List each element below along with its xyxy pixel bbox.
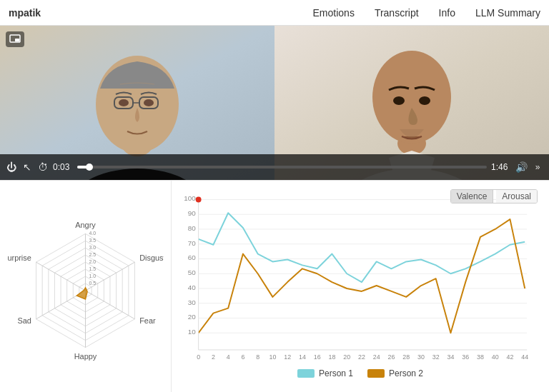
- svg-text:30: 30: [188, 298, 196, 306]
- svg-rect-1: [15, 39, 19, 41]
- power-button[interactable]: ⏻: [6, 161, 17, 173]
- video-container: ⏻ ↖ ⏱ 0:03 1:46 🔊 »: [0, 26, 549, 180]
- svg-text:60: 60: [188, 253, 196, 261]
- legend-person2: Person 2: [367, 368, 423, 378]
- svg-text:Sad: Sad: [17, 316, 31, 324]
- svg-text:20: 20: [188, 313, 196, 321]
- pip-button[interactable]: [6, 31, 24, 47]
- svg-text:70: 70: [188, 239, 196, 247]
- svg-text:26: 26: [387, 353, 395, 361]
- charts-area: 4.0 3.5 3.0 2.5 2.0 1.5 1.0 0.5 Angry Di…: [0, 180, 549, 392]
- svg-text:32: 32: [432, 353, 440, 361]
- svg-point-16: [419, 96, 430, 105]
- nav-emotions[interactable]: Emotions: [313, 4, 355, 21]
- svg-text:Surprise: Surprise: [7, 253, 31, 262]
- header: mpatik Emotions Transcript Info LLM Summ…: [0, 0, 549, 26]
- time-current: 0:03: [53, 162, 73, 172]
- radar-panel: 4.0 3.5 3.0 2.5 2.0 1.5 1.0 0.5 Angry Di…: [0, 181, 172, 392]
- svg-point-15: [393, 96, 405, 105]
- cursor-icon: ↖: [21, 161, 33, 173]
- svg-marker-45: [76, 287, 87, 298]
- svg-text:100: 100: [184, 194, 196, 202]
- svg-text:0: 0: [197, 353, 200, 361]
- svg-text:Angry: Angry: [75, 221, 96, 229]
- legend-color-person2: [367, 369, 385, 378]
- svg-text:0.5: 0.5: [89, 281, 96, 286]
- radar-chart: 4.0 3.5 3.0 2.5 2.0 1.5 1.0 0.5 Angry Di…: [7, 194, 164, 380]
- nav-transcript[interactable]: Transcript: [375, 4, 419, 21]
- svg-text:30: 30: [417, 353, 425, 361]
- legend-label-person2: Person 2: [389, 368, 423, 378]
- svg-text:36: 36: [462, 353, 469, 361]
- svg-text:22: 22: [358, 353, 365, 361]
- svg-text:80: 80: [188, 224, 196, 232]
- video-controls: ⏻ ↖ ⏱ 0:03 1:46 🔊 »: [0, 154, 549, 180]
- svg-text:3.5: 3.5: [89, 238, 96, 243]
- arousal-button[interactable]: Arousal: [496, 190, 537, 203]
- main-nav: Emotions Transcript Info LLM Summary: [313, 4, 540, 21]
- svg-text:2.0: 2.0: [89, 259, 96, 264]
- svg-text:Fear: Fear: [139, 316, 156, 324]
- svg-text:4.0: 4.0: [89, 231, 96, 236]
- svg-text:Happy: Happy: [74, 351, 97, 360]
- app-logo: mpatik: [9, 7, 41, 19]
- svg-text:6: 6: [241, 353, 244, 361]
- svg-text:1.0: 1.0: [89, 273, 96, 278]
- svg-text:42: 42: [507, 353, 514, 361]
- line-chart-panel: Valence Arousal 100 90 80 70 60: [172, 181, 549, 392]
- svg-point-92: [196, 197, 202, 203]
- valence-button[interactable]: Valence: [451, 190, 493, 203]
- svg-text:10: 10: [188, 328, 196, 336]
- line-chart: 100 90 80 70 60 50 40 30 20 10 0 2: [177, 189, 538, 387]
- svg-text:1.5: 1.5: [89, 266, 96, 271]
- svg-text:4: 4: [227, 353, 230, 361]
- svg-text:24: 24: [373, 353, 380, 361]
- svg-text:20: 20: [343, 353, 350, 361]
- legend-person1: Person 1: [297, 368, 353, 378]
- svg-text:2.5: 2.5: [89, 252, 96, 257]
- progress-thumb: [86, 164, 93, 171]
- forward-button[interactable]: »: [532, 162, 543, 172]
- svg-text:18: 18: [328, 353, 335, 361]
- svg-text:3.0: 3.0: [89, 245, 96, 250]
- va-toggle[interactable]: Valence Arousal: [450, 189, 538, 203]
- nav-llm-summary[interactable]: LLM Summary: [475, 4, 540, 21]
- chart-legend: Person 1 Person 2: [297, 368, 423, 378]
- svg-text:34: 34: [447, 353, 455, 361]
- svg-text:14: 14: [299, 353, 306, 361]
- svg-text:38: 38: [477, 353, 484, 361]
- svg-text:40: 40: [492, 353, 499, 361]
- progress-bar[interactable]: [77, 166, 487, 169]
- svg-text:50: 50: [188, 268, 196, 276]
- svg-text:90: 90: [188, 209, 196, 217]
- svg-text:8: 8: [256, 353, 259, 361]
- svg-text:40: 40: [188, 283, 196, 291]
- svg-point-10: [144, 99, 154, 106]
- volume-button[interactable]: 🔊: [515, 161, 528, 173]
- legend-color-person1: [297, 369, 315, 378]
- svg-point-9: [119, 99, 129, 106]
- svg-text:44: 44: [521, 353, 528, 361]
- timer-button[interactable]: ⏱: [37, 161, 49, 173]
- legend-label-person1: Person 1: [319, 368, 353, 378]
- svg-text:28: 28: [402, 353, 410, 361]
- nav-info[interactable]: Info: [439, 4, 455, 21]
- svg-text:10: 10: [269, 353, 276, 361]
- svg-text:2: 2: [212, 353, 215, 361]
- svg-text:12: 12: [284, 353, 291, 361]
- svg-text:Disgust: Disgust: [139, 253, 164, 262]
- time-total: 1:46: [491, 162, 511, 172]
- svg-text:16: 16: [314, 353, 321, 361]
